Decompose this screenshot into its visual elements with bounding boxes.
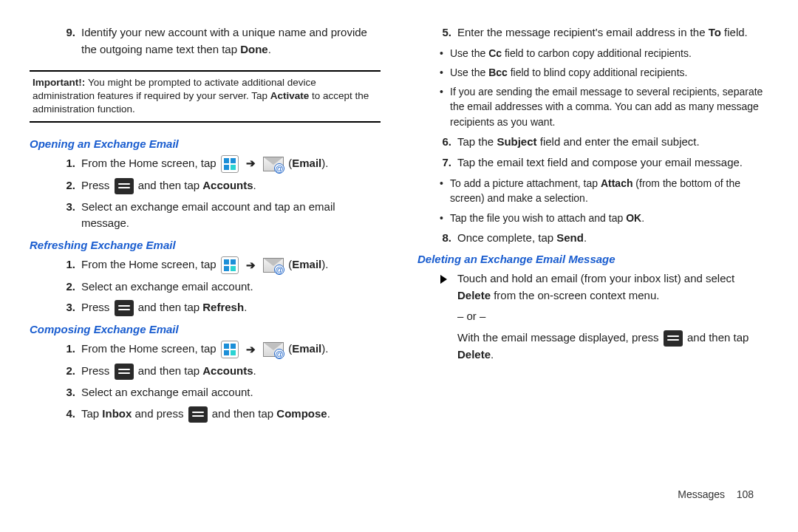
text: . <box>253 364 256 377</box>
email-envelope-icon <box>263 258 284 273</box>
heading-composing: Composing Exchange Email <box>30 323 381 335</box>
step-text: Once complete, tap Send. <box>457 230 768 247</box>
text: Press <box>81 179 113 191</box>
text: . <box>268 43 271 55</box>
text: Tap the file you wish to attach and tap <box>450 212 626 224</box>
right-column: 5. Enter the message recipient's email a… <box>417 22 768 469</box>
step-text: Select an exchange email account and tap… <box>81 199 381 232</box>
bold: Bcc <box>488 66 508 78</box>
bold: Cc <box>488 47 502 59</box>
email-envelope-icon <box>263 342 284 357</box>
text: and then tap <box>138 364 203 377</box>
manual-page: 9. Identify your new account with a uniq… <box>0 0 798 484</box>
text: From the Home screen, tap <box>81 258 219 270</box>
bullet-icon: • <box>440 46 450 61</box>
text: Press <box>81 301 113 313</box>
text: ). <box>321 342 328 355</box>
text: Touch and hold an email (from your inbox… <box>457 272 734 284</box>
or-divider: – or – <box>457 308 768 325</box>
text: . <box>584 231 587 244</box>
text: . <box>253 179 256 191</box>
step-number: 2. <box>59 363 81 380</box>
step-text: Tap Inbox and press and then tap Compose… <box>81 406 381 423</box>
bullet-bcc: • Use the Bcc field to blind copy additi… <box>440 65 768 80</box>
bold: Accounts <box>202 364 253 377</box>
step-text: Press and then tap Accounts. <box>81 363 381 380</box>
step-number: 3. <box>59 384 81 401</box>
bold: Delete <box>457 348 491 361</box>
bullet-file-ok: • Tap the file you wish to attach and ta… <box>440 211 768 225</box>
arrow-right-icon: ➔ <box>246 257 256 274</box>
step-text: From the Home screen, tap ➔ (Email). <box>81 155 381 173</box>
email-envelope-icon <box>263 157 284 171</box>
step-text: From the Home screen, tap ➔ (Email). <box>81 341 381 358</box>
step-text: From the Home screen, tap ➔ (Email). <box>81 256 381 274</box>
left-column: 9. Identify your new account with a uniq… <box>30 22 381 469</box>
bold: Inbox <box>102 407 132 420</box>
step-text: Select an exchange email account. <box>81 279 381 296</box>
compose-step-2: 2. Press and then tap Accounts. <box>30 363 381 380</box>
step-5: 5. Enter the message recipient's email a… <box>417 24 768 41</box>
text: Use the <box>450 66 488 78</box>
step-9: 9. Identify your new account with a uniq… <box>30 24 381 58</box>
menu-icon <box>115 300 134 316</box>
bold: Email <box>292 342 321 355</box>
bold: Subject <box>497 135 536 148</box>
compose-step-4: 4. Tap Inbox and press and then tap Comp… <box>30 406 381 423</box>
step-text: Press and then tap Refresh. <box>81 299 381 316</box>
arrow-right-icon: ➔ <box>246 155 256 172</box>
text: . <box>244 301 247 313</box>
important-note: Important!: You might be prompted to act… <box>30 70 381 123</box>
step-number: 2. <box>59 279 81 296</box>
bullet-text: Use the Bcc field to blind copy addition… <box>450 65 687 80</box>
bold: To <box>709 26 721 38</box>
heading-refreshing: Refreshing Exchange Email <box>30 239 381 251</box>
bullet-text: Use the Cc field to carbon copy addition… <box>450 46 692 61</box>
heading-deleting: Deleting an Exchange Email Message <box>417 253 768 265</box>
text: ). <box>321 157 328 169</box>
bold: OK <box>626 212 641 224</box>
menu-icon <box>115 364 134 380</box>
bold: Attach <box>601 177 633 189</box>
bullet-icon: • <box>440 84 450 129</box>
step-number: 2. <box>59 177 81 194</box>
open-step-2: 2. Press and then tap Accounts. <box>30 177 381 194</box>
text: from the on-screen context menu. <box>491 289 659 301</box>
text: and then tap <box>212 407 277 420</box>
apps-grid-icon <box>221 341 239 358</box>
text: From the Home screen, tap <box>81 157 219 169</box>
page-number: 108 <box>737 488 754 500</box>
text: Tap the <box>457 135 497 148</box>
step-number: 7. <box>435 154 457 171</box>
text: . <box>641 212 644 224</box>
step-number: 5. <box>435 24 457 41</box>
text: field to blind copy additional recipient… <box>508 66 688 78</box>
menu-icon <box>664 330 683 347</box>
text: Tap <box>81 407 102 420</box>
bullet-icon: • <box>440 211 450 225</box>
step-text: Press and then tap Accounts. <box>81 177 381 194</box>
apps-grid-icon <box>221 256 239 274</box>
bold: Refresh <box>202 301 244 313</box>
bold: Compose <box>276 407 327 420</box>
bullet-text: Tap the file you wish to attach and tap … <box>450 211 644 225</box>
refresh-step-2: 2. Select an exchange email account. <box>30 279 381 296</box>
text: and press <box>132 407 186 420</box>
section-name: Messages <box>678 488 725 500</box>
bold: Email <box>292 258 321 270</box>
text: Identify your new account with a unique … <box>81 26 367 55</box>
arrow-right-icon: ➔ <box>246 341 256 358</box>
text: field. <box>721 26 748 38</box>
menu-icon <box>115 178 134 194</box>
bullet-icon: • <box>440 176 450 206</box>
text: ). <box>321 258 328 270</box>
text: Press <box>81 364 113 377</box>
step-text: Tap the Subject field and enter the emai… <box>457 134 768 151</box>
step-number: 1. <box>59 341 81 358</box>
step-6: 6. Tap the Subject field and enter the e… <box>417 134 768 151</box>
step-number: 3. <box>59 299 81 316</box>
text: and then tap <box>138 301 203 313</box>
bullet-multiple: • If you are sending the email message t… <box>440 84 768 129</box>
bullet-text: To add a picture attachment, tap Attach … <box>450 176 768 206</box>
bullet-text: If you are sending the email message to … <box>450 84 768 129</box>
